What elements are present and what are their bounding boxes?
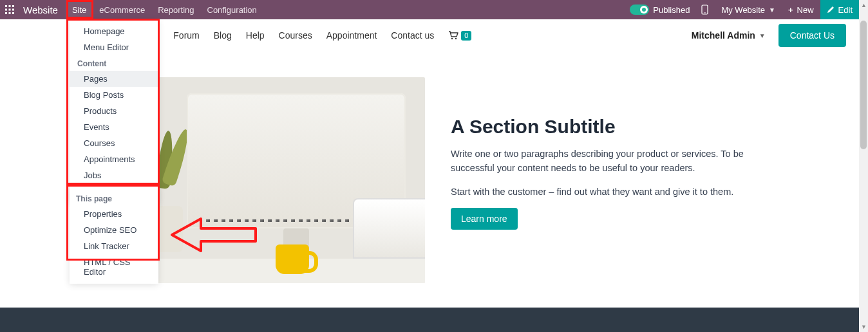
pencil-icon [827, 6, 835, 14]
scroll-thumb[interactable] [860, 21, 867, 149]
new-label: New [797, 5, 814, 15]
topbar-right: Published My Website ▼ + New Edit [625, 0, 859, 19]
laptop-shape [354, 199, 425, 257]
hero-paragraph-1: Write one or two paragraphs describing y… [451, 147, 773, 176]
scroll-up-icon[interactable]: ▲ [861, 3, 866, 8]
contact-us-button[interactable]: Contact Us [778, 24, 846, 47]
dd-homepage[interactable]: Homepage [70, 23, 158, 39]
learn-more-button[interactable]: Learn more [451, 208, 518, 230]
my-website-dropdown[interactable]: My Website ▼ [715, 0, 782, 19]
my-website-label: My Website [721, 5, 765, 15]
dd-html-css-editor[interactable]: HTML / CSS Editor [70, 254, 158, 280]
dd-courses[interactable]: Courses [70, 135, 158, 151]
svg-rect-3 [5, 9, 7, 11]
topmenu-reporting[interactable]: Reporting [151, 0, 200, 19]
published-toggle[interactable] [630, 5, 649, 15]
dd-events[interactable]: Events [70, 119, 158, 135]
cart-icon [448, 31, 458, 40]
svg-rect-5 [12, 9, 14, 11]
dd-products[interactable]: Products [70, 103, 158, 119]
dd-link-tracker[interactable]: Link Tracker [70, 238, 158, 254]
published-toggle-wrap: Published [625, 0, 695, 19]
svg-rect-2 [12, 5, 14, 7]
user-name-label: Mitchell Admin [692, 30, 755, 41]
dd-properties[interactable]: Properties [70, 206, 158, 222]
svg-rect-1 [9, 5, 11, 7]
hero-paragraph-2: Start with the customer – find out what … [451, 185, 773, 199]
nav-contact[interactable]: Contact us [391, 30, 434, 41]
section-subtitle: A Section Subtitle [451, 116, 820, 138]
svg-point-12 [455, 38, 457, 39]
svg-rect-8 [12, 12, 14, 14]
edit-label: Edit [838, 5, 853, 15]
mobile-preview-button[interactable] [695, 0, 715, 19]
nav-blog[interactable]: Blog [214, 30, 232, 41]
dd-header-content: Content [70, 55, 158, 71]
mug-shape [276, 244, 309, 274]
apps-icon[interactable] [0, 0, 19, 19]
svg-rect-4 [9, 9, 11, 11]
top-menu: Site eCommerce Reporting Configuration [66, 0, 263, 19]
topmenu-configuration[interactable]: Configuration [201, 0, 263, 19]
dd-menu-editor[interactable]: Menu Editor [70, 39, 158, 55]
scroll-down-icon[interactable]: ▼ [861, 324, 866, 329]
dd-optimize-seo[interactable]: Optimize SEO [70, 222, 158, 238]
dd-pages[interactable]: Pages [70, 71, 158, 87]
site-dropdown-thispage: This page Properties Optimize SEO Link T… [70, 187, 158, 284]
phone-icon [701, 5, 708, 15]
svg-rect-10 [704, 13, 706, 14]
nav-forum[interactable]: Forum [173, 30, 199, 41]
nav-courses[interactable]: Courses [279, 30, 312, 41]
svg-rect-7 [9, 12, 11, 14]
published-label: Published [653, 5, 690, 15]
editor-topbar: Website Site eCommerce Reporting Configu… [0, 0, 859, 19]
svg-rect-6 [5, 12, 7, 14]
plus-icon: + [788, 5, 793, 15]
vertical-scrollbar[interactable]: ▲ ▼ [859, 0, 868, 332]
nav-right: Mitchell Admin ▼ Contact Us [692, 24, 846, 47]
dd-blog-posts[interactable]: Blog Posts [70, 87, 158, 103]
brand-label[interactable]: Website [19, 0, 66, 19]
cart-badge: 0 [461, 31, 471, 41]
nav-help[interactable]: Help [246, 30, 265, 41]
dd-appointments[interactable]: Appointments [70, 151, 158, 167]
new-button[interactable]: + New [782, 0, 820, 19]
topbar-left: Website Site eCommerce Reporting Configu… [0, 0, 263, 19]
cart-button[interactable]: 0 [448, 31, 471, 41]
footer-band [0, 308, 859, 332]
check-icon [640, 6, 648, 14]
chevron-down-icon: ▼ [769, 6, 775, 14]
nav-appointment[interactable]: Appointment [326, 30, 377, 41]
edit-button[interactable]: Edit [820, 0, 859, 19]
hero-text: A Section Subtitle Write one or two para… [451, 77, 820, 283]
site-dropdown: Homepage Menu Editor Content Pages Blog … [70, 19, 158, 203]
topmenu-ecommerce[interactable]: eCommerce [93, 0, 151, 19]
topmenu-site[interactable]: Site [66, 0, 93, 19]
chevron-down-icon: ▼ [759, 32, 766, 39]
user-menu[interactable]: Mitchell Admin ▼ [692, 30, 766, 41]
dd-jobs[interactable]: Jobs [70, 167, 158, 183]
dd-header-thispage: This page [70, 190, 158, 206]
svg-rect-0 [5, 5, 7, 7]
svg-point-11 [451, 38, 453, 39]
